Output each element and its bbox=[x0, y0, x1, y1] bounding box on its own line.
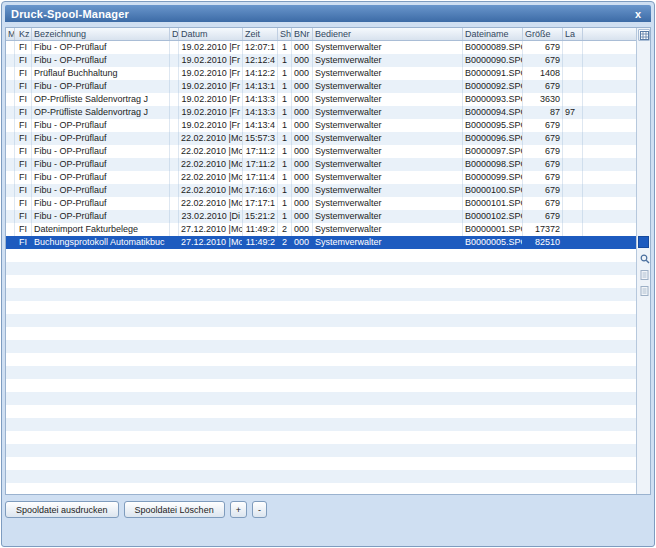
cell-bn: 000 bbox=[292, 223, 313, 236]
table-row[interactable]: FIFibu - OP-Prüflauf19.02.2010 |Fr12:12:… bbox=[6, 54, 636, 67]
table-row[interactable]: FIFibu - OP-Prüflauf22.02.2010 |Mo17:11:… bbox=[6, 171, 636, 184]
table-row[interactable]: FIFibu - OP-Prüflauf22.02.2010 |Mo17:11:… bbox=[6, 158, 636, 171]
cell-datum: 22.02.2010 |Mo bbox=[179, 158, 243, 171]
cell-zeit: 12:07:1 bbox=[243, 41, 278, 54]
cell-bediener: Systemverwalter bbox=[313, 67, 463, 80]
cell-datum: 22.02.2010 |Mo bbox=[179, 171, 243, 184]
column-header-datum[interactable]: Datum bbox=[179, 28, 243, 40]
print-spool-button[interactable]: Spooldatei ausdrucken bbox=[5, 501, 119, 518]
cell-la bbox=[563, 93, 583, 106]
cell-filler bbox=[583, 93, 636, 106]
cell-la bbox=[563, 223, 583, 236]
cell-zeit: 17:17:1 bbox=[243, 197, 278, 210]
cell-bn: 000 bbox=[292, 106, 313, 119]
titlebar[interactable]: Druck-Spool-Manager x bbox=[5, 5, 651, 22]
cell-m bbox=[6, 132, 15, 145]
cell-bn: 000 bbox=[292, 184, 313, 197]
column-header-shr[interactable]: Shr bbox=[278, 28, 292, 40]
cell-filler bbox=[583, 80, 636, 93]
column-header-bezeichnung[interactable]: Bezeichnung bbox=[32, 28, 170, 40]
cell-kz: FI bbox=[15, 132, 32, 145]
cell-bezeichnung: Fibu - OP-Prüflauf bbox=[32, 54, 170, 67]
cell-shr: 2 bbox=[278, 223, 292, 236]
cell-la bbox=[563, 210, 583, 223]
scrollbar-thumb[interactable] bbox=[638, 236, 649, 248]
cell-d bbox=[170, 158, 179, 171]
cell-m bbox=[6, 41, 15, 54]
table-row[interactable]: FIFibu - OP-Prüflauf22.02.2010 |Mo15:57:… bbox=[6, 132, 636, 145]
table-row[interactable]: FIOP-Prüfliste Saldenvortrag J19.02.2010… bbox=[6, 106, 636, 119]
column-header-d[interactable]: D bbox=[170, 28, 179, 40]
column-options-button[interactable] bbox=[638, 29, 650, 41]
plus-button[interactable]: + bbox=[230, 501, 247, 518]
cell-bezeichnung: Fibu - OP-Prüflauf bbox=[32, 80, 170, 93]
cell-bediener: Systemverwalter bbox=[313, 197, 463, 210]
table-row[interactable]: FIFibu - OP-Prüflauf23.02.2010 |Di15:21:… bbox=[6, 210, 636, 223]
cell-d bbox=[170, 145, 179, 158]
cell-filler bbox=[583, 54, 636, 67]
cell-d bbox=[170, 67, 179, 80]
cell-m bbox=[6, 67, 15, 80]
cell-bezeichnung: OP-Prüfliste Saldenvortrag J bbox=[32, 93, 170, 106]
cell-m bbox=[6, 158, 15, 171]
minus-button[interactable]: - bbox=[252, 501, 267, 518]
column-header-bn[interactable]: BNr bbox=[292, 28, 313, 40]
table-header-row: MKzBezeichnungDDatumZeitShrBNrBedienerDa… bbox=[6, 28, 636, 41]
cell-datum: 22.02.2010 |Mo bbox=[179, 184, 243, 197]
cell-d bbox=[170, 80, 179, 93]
close-button[interactable]: x bbox=[631, 8, 645, 20]
button-bar: Spooldatei ausdrucken Spooldatei Löschen… bbox=[5, 501, 651, 518]
delete-spool-button[interactable]: Spooldatei Löschen bbox=[124, 501, 225, 518]
table-row[interactable]: FIFibu - OP-Prüflauf19.02.2010 |Fr14:13:… bbox=[6, 119, 636, 132]
table-row[interactable]: FIDatenimport Fakturbelege27.12.2010 |Mo… bbox=[6, 223, 636, 236]
column-header-bediener[interactable]: Bediener bbox=[313, 28, 463, 40]
cell-dateiname: B0000096.SPO bbox=[463, 132, 523, 145]
table-row[interactable]: FIFibu - OP-Prüflauf19.02.2010 |Fr12:07:… bbox=[6, 41, 636, 54]
cell-groesse: 679 bbox=[523, 210, 563, 223]
cell-kz: FI bbox=[15, 80, 32, 93]
cell-la bbox=[563, 132, 583, 145]
cell-kz: FI bbox=[15, 197, 32, 210]
table-row[interactable]: FIOP-Prüfliste Saldenvortrag J19.02.2010… bbox=[6, 93, 636, 106]
cell-m bbox=[6, 54, 15, 67]
cell-d bbox=[170, 106, 179, 119]
cell-la bbox=[563, 80, 583, 93]
cell-d bbox=[170, 119, 179, 132]
cell-bediener: Systemverwalter bbox=[313, 132, 463, 145]
cell-m bbox=[6, 119, 15, 132]
table-body: FIFibu - OP-Prüflauf19.02.2010 |Fr12:07:… bbox=[6, 41, 636, 494]
cell-groesse: 679 bbox=[523, 41, 563, 54]
cell-groesse: 1408 bbox=[523, 67, 563, 80]
table-row[interactable]: FIFibu - OP-Prüflauf19.02.2010 |Fr14:13:… bbox=[6, 80, 636, 93]
table-row[interactable]: FIPrüflauf Buchhaltung19.02.2010 |Fr14:1… bbox=[6, 67, 636, 80]
table-row[interactable]: FIFibu - OP-Prüflauf22.02.2010 |Mo17:16:… bbox=[6, 184, 636, 197]
tool-button-2[interactable] bbox=[639, 285, 650, 297]
cell-groesse: 679 bbox=[523, 119, 563, 132]
cell-zeit: 14:13:3 bbox=[243, 106, 278, 119]
empty-row bbox=[6, 340, 636, 353]
cell-kz: FI bbox=[15, 106, 32, 119]
column-header-dateiname[interactable]: Dateiname bbox=[463, 28, 523, 40]
column-header-m[interactable]: M bbox=[6, 28, 15, 40]
cell-datum: 19.02.2010 |Fr bbox=[179, 67, 243, 80]
cell-datum: 19.02.2010 |Fr bbox=[179, 119, 243, 132]
table-row[interactable]: FIFibu - OP-Prüflauf22.02.2010 |Mo17:17:… bbox=[6, 197, 636, 210]
column-header-la[interactable]: La bbox=[563, 28, 583, 40]
cell-shr: 1 bbox=[278, 210, 292, 223]
cell-filler bbox=[583, 41, 636, 54]
cell-dateiname: B0000094.SPO bbox=[463, 106, 523, 119]
tool-button-1[interactable] bbox=[639, 269, 650, 281]
cell-bediener: Systemverwalter bbox=[313, 223, 463, 236]
column-header-groesse[interactable]: Größe bbox=[523, 28, 563, 40]
cell-kz: FI bbox=[15, 93, 32, 106]
cell-la: 97 bbox=[563, 106, 583, 119]
cell-kz: FI bbox=[15, 54, 32, 67]
table-row[interactable]: FIFibu - OP-Prüflauf22.02.2010 |Mo17:11:… bbox=[6, 145, 636, 158]
column-header-kz[interactable]: Kz bbox=[15, 28, 32, 40]
cell-dateiname: B0000091.SPO bbox=[463, 67, 523, 80]
cell-d bbox=[170, 184, 179, 197]
search-button[interactable] bbox=[639, 253, 650, 265]
table-row[interactable]: FIBuchungsprotokoll Automatikbuc27.12.20… bbox=[6, 236, 636, 249]
column-header-zeit[interactable]: Zeit bbox=[243, 28, 278, 40]
cell-la bbox=[563, 236, 583, 249]
